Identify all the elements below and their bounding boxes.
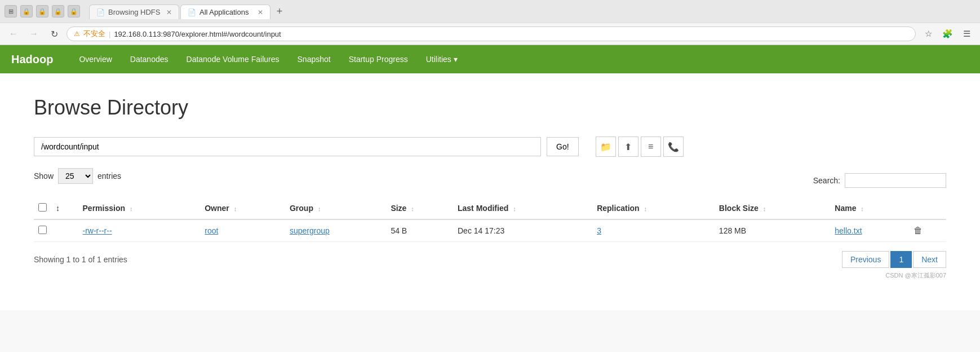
old-ui-icon: 📞 [668,142,679,152]
delete-icon[interactable]: 🗑 [914,226,923,235]
permission-label: Permission [83,204,125,213]
address-text[interactable]: 192.168.0.113:9870/explorer.html#/wordco… [114,30,908,38]
header-size[interactable]: Size ↕ [386,197,453,219]
bookmark-button[interactable]: ☆ [920,26,936,42]
window-icon-4: 🔒 [52,5,64,17]
row-group-link[interactable]: supergroup [290,226,330,235]
page-1-button[interactable]: 1 [890,251,912,268]
last-modified-sort-icon: ↕ [513,205,516,212]
back-button[interactable]: ← [6,26,21,42]
show-label: Show [34,171,54,181]
files-table: ↕ Permission ↕ Owner ↕ Group ↕ Size ↕ [34,197,946,242]
row-permission-link[interactable]: -rw-r--r-- [83,226,112,235]
owner-sort-icon: ↕ [234,205,237,212]
search-label: Search: [813,176,840,185]
old-ui-button[interactable]: 📞 [663,137,684,157]
tab-hdfs-icon: 📄 [96,8,105,16]
upload-files-button[interactable]: ⬆ [618,137,638,157]
create-directory-button[interactable]: 📁 [596,137,616,157]
browser-tabs: 📄 Browsing HDFS ✕ 📄 All Applications ✕ + [89,3,287,19]
row-name-cell: hello.txt [830,219,909,242]
header-permission[interactable]: Permission ↕ [78,197,201,219]
window-icon-5: 🔒 [68,5,80,17]
forward-button[interactable]: → [26,26,42,42]
row-permission-cell: -rw-r--r-- [78,219,201,242]
owner-label: Owner [205,204,229,213]
nav-link-startup-progress[interactable]: Startup Progress [340,45,417,73]
row-block-size-cell: 128 MB [715,219,830,242]
table-footer: Showing 1 to 1 of 1 entries Previous 1 N… [34,251,946,268]
row-name-link[interactable]: hello.txt [835,226,862,235]
block-size-label: Block Size [719,204,759,213]
sort-icon: ↕ [56,204,60,213]
window-icon-2: 🔒 [20,5,33,17]
show-entries-control: Show 10 25 50 100 entries [34,168,121,184]
row-replication-cell: 3 [592,219,715,242]
row-replication-link[interactable]: 3 [597,226,601,235]
menu-button[interactable]: ☰ [959,26,974,42]
nav-utilities-label: Utilities ▾ [426,55,458,64]
entries-select[interactable]: 10 25 50 100 [58,168,93,184]
extensions-button[interactable]: 🧩 [939,26,955,42]
hadoop-navbar: Hadoop Overview Datanodes Datanode Volum… [0,45,980,73]
window-icon-1: ⊞ [5,5,17,17]
tab-hdfs[interactable]: 📄 Browsing HDFS ✕ [89,5,179,19]
header-group[interactable]: Group ↕ [285,197,386,219]
browser-chrome: ⊞ 🔒 🔒 🔒 🔒 📄 Browsing HDFS ✕ 📄 All Applic… [0,0,980,45]
last-modified-label: Last Modified [458,204,508,213]
nav-link-snapshot[interactable]: Snapshot [289,45,340,73]
row-size-cell: 54 B [386,219,453,242]
header-last-modified[interactable]: Last Modified ↕ [453,197,592,219]
tab-all-apps-close[interactable]: ✕ [258,8,263,16]
header-sort-col: ↕ [51,197,78,219]
tab-hdfs-label: Browsing HDFS [108,8,160,16]
security-icon: ⚠ [74,30,80,38]
folder-icon: 📁 [600,142,611,152]
reload-button[interactable]: ↻ [46,26,62,42]
window-icon-3: 🔒 [36,5,48,17]
list-view-button[interactable]: ≡ [641,137,661,157]
pagination: Previous 1 Next [842,251,946,268]
select-all-checkbox[interactable] [38,203,47,212]
main-content: Browse Directory Go! 📁 ⬆ ≡ 📞 Show 10 25 [0,73,980,310]
row-owner-cell: root [200,219,285,242]
tab-all-apps[interactable]: 📄 All Applications ✕ [180,5,271,19]
tab-all-apps-label: All Applications [199,8,249,16]
table-row: -rw-r--r-- root supergroup 54 B Dec 14 1… [34,219,946,242]
replication-sort-icon: ↕ [644,205,648,212]
go-button[interactable]: Go! [547,137,579,156]
header-name[interactable]: Name ↕ [830,197,909,219]
list-icon: ≡ [648,142,653,152]
nav-links: Overview Datanodes Datanode Volume Failu… [70,45,466,73]
replication-label: Replication [597,204,639,213]
path-input[interactable] [34,137,541,156]
header-replication[interactable]: Replication ↕ [592,197,715,219]
header-block-size[interactable]: Block Size ↕ [715,197,830,219]
row-checkbox-cell [34,219,51,242]
watermark: CSDN @寒江孤影007 [34,271,946,280]
row-owner-link[interactable]: root [205,226,218,235]
row-type-cell [51,219,78,242]
header-delete [909,197,946,219]
group-sort-icon: ↕ [318,205,321,212]
row-delete-cell: 🗑 [909,219,946,242]
row-checkbox[interactable] [38,226,47,234]
new-tab-button[interactable]: + [272,3,287,19]
nav-link-datanodes[interactable]: Datanodes [121,45,178,73]
browser-toolbar: ← → ↻ ⚠ 不安全 | 192.168.0.113:9870/explore… [0,23,980,45]
permission-sort-icon: ↕ [130,205,133,212]
tab-hdfs-close[interactable]: ✕ [166,8,172,16]
next-button[interactable]: Next [913,251,946,268]
size-sort-icon: ↕ [411,205,414,212]
name-label: Name [835,204,856,213]
page-title: Browse Directory [34,96,946,120]
search-input[interactable] [845,173,946,188]
header-owner[interactable]: Owner ↕ [200,197,285,219]
nav-dropdown-utilities: Utilities ▾ [426,55,458,64]
search-bar: Search: [813,173,946,188]
previous-button[interactable]: Previous [842,251,889,268]
nav-link-overview[interactable]: Overview [70,45,121,73]
nav-link-datanode-volume-failures[interactable]: Datanode Volume Failures [178,45,289,73]
group-label: Group [290,204,313,213]
nav-link-utilities[interactable]: Utilities ▾ [417,45,467,73]
